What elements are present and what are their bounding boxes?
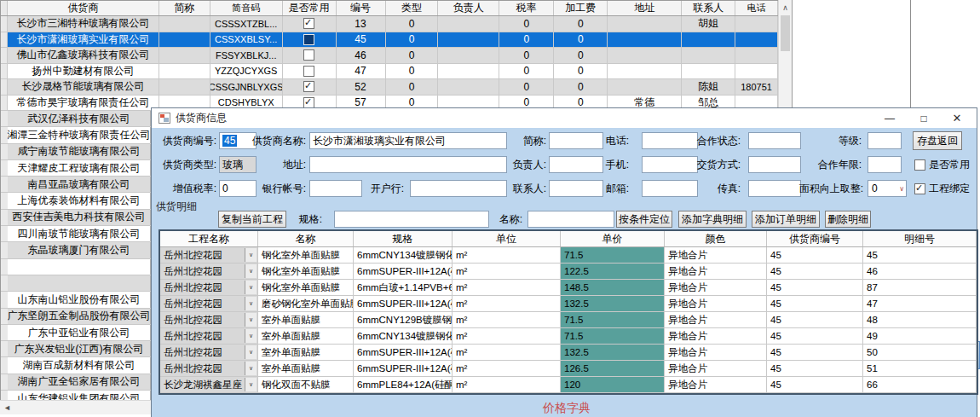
supplier-row[interactable]: 广东兴发铝业(江西)有限公司 <box>1 341 151 357</box>
scroll-left-icon[interactable]: ◄ <box>0 401 14 414</box>
combo-arrow-icon[interactable]: ∨ <box>245 281 257 294</box>
common-checkbox[interactable] <box>303 97 314 108</box>
project-bind-checkbox[interactable]: 工程绑定 <box>914 180 970 197</box>
supplier-row[interactable]: 湖南百成新材料有限公司 <box>1 357 151 374</box>
supplier-row[interactable]: 山东华建铝业集团有限公司 <box>1 391 151 400</box>
horizontal-scrollbar[interactable]: ◄ <box>0 400 151 414</box>
common-checkbox[interactable] <box>303 66 314 77</box>
detail-row[interactable]: 岳州北控花园∨ 钢化室外单面贴膜 6mmCNY134镀膜钢化 m² 71.5 异… <box>160 247 977 264</box>
col-header-tax[interactable]: 税率 <box>499 1 554 15</box>
vertical-scrollbar[interactable]: ∧ <box>778 0 793 111</box>
col-header-spec[interactable]: 规格 <box>354 231 453 246</box>
cell-price[interactable]: 71.5 <box>561 312 665 327</box>
supplier-row[interactable]: 四川南玻节能玻璃有限公司 <box>1 226 151 242</box>
col-header-unit[interactable]: 单位 <box>453 231 561 246</box>
delivery-field[interactable] <box>748 156 801 173</box>
save-return-button[interactable]: 存盘返回 <box>913 131 962 150</box>
combo-arrow-icon[interactable]: ∨ <box>245 362 257 375</box>
name-filter-field[interactable] <box>527 211 614 228</box>
cell-price[interactable]: 126.5 <box>561 361 665 376</box>
supplier-name-field[interactable] <box>309 132 507 149</box>
combo-arrow-icon[interactable]: ∨ <box>245 378 257 391</box>
supplier-row[interactable]: 天津耀皮工程玻璃有限公司 <box>1 160 151 177</box>
locate-by-condition-button[interactable]: 按条件定位 <box>616 211 672 228</box>
supplier-row[interactable]: 长沙市三湘特种玻璃有限公司 CSSSXTZBL... 13 0 0 0 胡姐 <box>1 16 778 32</box>
copy-current-project-button[interactable]: 复制当前工程 <box>218 211 286 228</box>
detail-row[interactable]: 岳州北控花园∨ 磨砂钢化室外单面贴膜 6mmSUPER-III+12A(硅...… <box>160 296 977 312</box>
scroll-up-icon[interactable]: ∧ <box>779 0 792 14</box>
supplier-row[interactable]: 武汉亿泽科技有限公司 <box>1 111 151 127</box>
combo-arrow-icon[interactable]: ∨ <box>245 329 257 343</box>
col-header-abbr[interactable]: 简称 <box>159 1 210 15</box>
cell-price[interactable]: 71.5 <box>561 328 665 344</box>
project-combo-cell[interactable]: 岳州北控花园∨ <box>160 296 258 311</box>
combo-arrow-icon[interactable]: ∨ <box>245 248 257 262</box>
col-header-color[interactable]: 颜色 <box>665 231 767 246</box>
supplier-row[interactable]: 上海优泰装饰材料有限公司 <box>1 193 151 209</box>
col-header-supplier-id[interactable]: 供货商编号 <box>767 231 863 246</box>
address-field[interactable] <box>309 156 507 173</box>
bank-account-field[interactable] <box>309 180 362 197</box>
supplier-row[interactable]: 咸宁南玻节能玻璃有限公司 <box>1 144 151 160</box>
common-checkbox[interactable] <box>303 81 314 92</box>
common-use-checkbox[interactable]: 是否常用 <box>914 156 970 173</box>
combo-arrow-icon[interactable]: ∨ <box>245 313 257 327</box>
col-header-fee[interactable]: 加工费 <box>554 1 608 15</box>
common-checkbox[interactable] <box>303 49 314 61</box>
col-header-contact[interactable]: 联系人 <box>682 1 735 15</box>
col-header-code[interactable]: 简音码 <box>210 1 283 15</box>
maximize-button[interactable]: □ <box>910 108 937 128</box>
minimize-button[interactable]: — <box>876 108 903 128</box>
supplier-row[interactable]: 长沙市潇湘玻璃实业有限公司 CSSXXBLSY... 45 0 0 0 <box>1 32 778 49</box>
supplier-row[interactable]: 扬州中勤建材有限公司 YZZQJCYXGS 47 0 0 0 <box>1 64 778 80</box>
cell-price[interactable]: 148.5 <box>561 280 665 295</box>
project-combo-cell[interactable]: 长沙龙湖祺鑫星座∨ <box>160 377 258 392</box>
cell-price[interactable]: 71.5 <box>561 247 665 263</box>
project-combo-cell[interactable]: 岳州北控花园∨ <box>160 345 258 360</box>
delete-detail-button[interactable]: 删除明细 <box>825 211 871 228</box>
area-round-up-dropdown[interactable]: 0 ∨ <box>868 180 907 197</box>
combo-arrow-icon[interactable]: ∨ <box>245 264 257 278</box>
col-header-common[interactable]: 是否常用 <box>283 1 337 15</box>
fax-field[interactable] <box>748 180 801 197</box>
common-checkbox[interactable] <box>303 18 314 29</box>
detail-row[interactable]: 岳州北控花园∨ 钢化室外单面贴膜 6mm白玻+1.14PVB+6mm... m²… <box>160 280 977 296</box>
coop-status-field[interactable] <box>748 132 801 149</box>
detail-row[interactable]: 岳州北控花园∨ 室外单面贴膜 6mmCNY129B镀膜钢化 m² 71.5 异地… <box>160 312 977 328</box>
col-header-name[interactable]: 名称 <box>258 231 354 246</box>
supplier-row[interactable]: 湖南广亚全铝家居有限公司 <box>1 374 151 391</box>
col-header-type[interactable]: 类型 <box>386 1 439 15</box>
supplier-row[interactable]: 长沙晟格节能玻璃有限公司 CSSGJNBLYXGS 52 0 0 0 陈姐 18… <box>1 79 778 96</box>
detail-row[interactable]: 岳州北控花园∨ 室外单面贴膜 6mmSUPER-III+12A(硅... m² … <box>160 361 977 377</box>
project-combo-cell[interactable]: 岳州北控花园∨ <box>160 312 258 327</box>
spec-filter-field[interactable] <box>334 211 489 228</box>
col-header-leader[interactable]: 负责人 <box>438 1 499 15</box>
supplier-row[interactable]: 佛山市亿鑫玻璃科技有限公司 FSSYXBLKJ... 46 0 0 0 <box>1 48 778 64</box>
project-combo-cell[interactable]: 岳州北控花园∨ <box>160 280 258 295</box>
bank-branch-field[interactable] <box>410 180 507 197</box>
supplier-row[interactable]: 广东中亚铝业有限公司 <box>1 325 151 341</box>
scrollbar-thumb[interactable] <box>781 15 790 51</box>
grade-field[interactable] <box>868 132 902 149</box>
coop-years-field[interactable] <box>868 156 902 173</box>
add-dictionary-detail-button[interactable]: 添加字典明细 <box>678 211 747 228</box>
col-header-price[interactable]: 单价 <box>561 231 665 246</box>
add-order-detail-button[interactable]: 添加订单明细 <box>752 211 820 228</box>
supplier-row[interactable]: 广东坚朗五金制品股份有限公司 <box>1 309 151 325</box>
detail-row[interactable]: 长沙龙湖祺鑫星座∨ 钢化双面不贴膜 6mmPLE84+12A(硅酮胶... m²… <box>160 377 977 393</box>
common-checkbox[interactable] <box>303 34 314 45</box>
supplier-row[interactable]: 东晶玻璃厦门有限公司 <box>1 242 151 258</box>
col-header-phone[interactable]: 电话 <box>735 1 778 15</box>
project-combo-cell[interactable]: 岳州北控花园∨ <box>160 247 258 263</box>
project-combo-cell[interactable]: 岳州北控花园∨ <box>160 264 258 279</box>
supplier-row[interactable]: 湘潭三金特种玻璃有限责任公司 <box>1 127 151 143</box>
col-header-address[interactable]: 地址 <box>608 1 682 15</box>
combo-arrow-icon[interactable]: ∨ <box>245 345 257 359</box>
col-header-id[interactable]: 编号 <box>337 1 386 15</box>
cell-price[interactable]: 132.5 <box>561 345 665 360</box>
col-header-detail-id[interactable]: 明细号 <box>863 231 977 246</box>
project-combo-cell[interactable]: 岳州北控花园∨ <box>160 361 258 376</box>
cell-price[interactable]: 132.5 <box>561 296 665 311</box>
col-header-project[interactable]: 工程名称 <box>160 231 258 246</box>
close-button[interactable]: ✕ <box>943 108 971 128</box>
